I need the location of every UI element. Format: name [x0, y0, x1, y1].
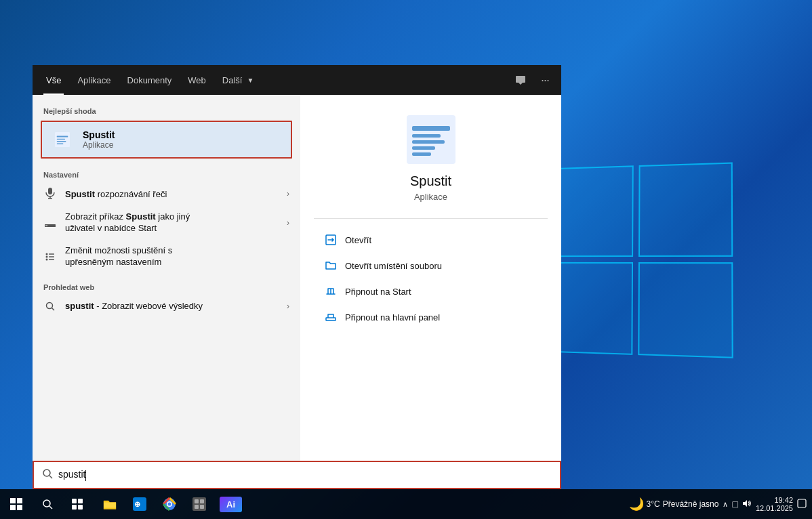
search-input-value[interactable]: spustit [58, 469, 552, 480]
task-view-button[interactable] [62, 489, 92, 519]
svg-rect-18 [407, 115, 455, 164]
taskbar-pinned: ⊕ [95, 489, 214, 519]
weather-widget[interactable]: 🌙 3°C Převážně jasno [629, 497, 719, 512]
action-pin-taskbar[interactable]: Připnout na hlavní panel [314, 304, 548, 330]
setting-item-options[interactable]: Změnit možnosti spuštění supřesněným nas… [33, 240, 300, 274]
weather-temp: 3°C [647, 499, 660, 509]
svg-point-29 [43, 500, 50, 507]
svg-point-40 [168, 503, 171, 506]
svg-rect-20 [412, 134, 441, 138]
svg-rect-5 [48, 188, 52, 194]
best-match-label: Nejlepší shoda [33, 103, 300, 118]
taskbar-icon-small [43, 216, 57, 230]
svg-rect-9 [45, 225, 47, 226]
svg-point-11 [46, 255, 48, 257]
tray-speaker-icon[interactable] [742, 499, 752, 510]
svg-rect-1 [57, 136, 68, 138]
svg-line-17 [52, 308, 55, 310]
svg-point-10 [46, 253, 48, 255]
settings-section: Nastavení Spustit rozpoznávání řeči [33, 167, 300, 274]
more-options-icon[interactable]: ··· [534, 69, 556, 91]
setting-text-taskbar: Zobrazit příkaz Spustit jako jinýuživate… [65, 211, 287, 234]
tab-more[interactable]: Další ▼ [214, 65, 262, 95]
svg-rect-14 [49, 256, 54, 257]
tab-web[interactable]: Web [180, 65, 214, 95]
tab-documents[interactable]: Dokumenty [119, 65, 180, 95]
svg-rect-44 [195, 505, 199, 509]
svg-rect-13 [49, 253, 54, 255]
options-icon [43, 250, 57, 264]
svg-rect-34 [78, 505, 83, 510]
notification-button[interactable] [797, 499, 807, 510]
file-explorer-button[interactable] [95, 489, 125, 519]
app-type-large: Aplikace [414, 192, 447, 202]
setting-item-taskbar[interactable]: Zobrazit příkaz Spustit jako jinýuživate… [33, 206, 300, 240]
svg-rect-42 [195, 499, 199, 503]
clock[interactable]: 19:42 12.01.2025 [756, 496, 793, 512]
search-tabs: Vše Aplikace Dokumenty Web Další ▼ ··· [33, 65, 561, 95]
ai-button[interactable]: Ai [220, 497, 242, 512]
search-input-icon [42, 468, 53, 482]
taskbar-search-button[interactable] [33, 489, 62, 519]
weather-icon: 🌙 [629, 497, 644, 512]
settings-label: Nastavení [33, 167, 300, 182]
chevron-down-icon: ▼ [247, 77, 253, 84]
pin-taskbar-label: Připnout na hlavní panel [345, 312, 440, 323]
tab-apps[interactable]: Aplikace [69, 65, 119, 95]
start-button[interactable] [0, 489, 33, 519]
search-panel: Vše Aplikace Dokumenty Web Další ▼ ··· [33, 65, 561, 461]
chrome-button[interactable] [155, 489, 184, 519]
windows-logo-decoration [541, 165, 731, 354]
svg-text:⊕: ⊕ [134, 500, 140, 508]
pin-start-label: Připnout na Start [345, 287, 411, 297]
action-list: Otevřít Otevřít umístění souboru [314, 227, 548, 330]
search-box: spustit [33, 461, 561, 489]
svg-rect-15 [49, 259, 54, 260]
best-match-subtitle: Aplikace [83, 140, 115, 150]
action-open-location[interactable]: Otevřít umístění souboru [314, 253, 548, 278]
svg-rect-23 [412, 152, 431, 156]
taskbar: ⊕ Ai [0, 489, 812, 519]
web-section: Prohledat web spustit - Zobrazit webové … [33, 279, 300, 318]
taskbar-tray: 🌙 3°C Převážně jasno ∧ □ 19:42 12.01.202… [629, 496, 812, 512]
arrow-right-icon: › [287, 189, 289, 199]
start-icon [10, 498, 22, 510]
app-name-large: Spustit [410, 173, 451, 189]
web-search-item[interactable]: spustit - Zobrazit webové výsledky › [33, 294, 300, 318]
tray-monitor-icon[interactable]: □ [732, 499, 737, 510]
text-cursor [85, 470, 86, 481]
open-location-label: Otevřít umístění souboru [345, 261, 442, 271]
other-app-button[interactable] [184, 489, 214, 519]
web-search-icon [43, 299, 57, 313]
time-display: 19:42 [774, 496, 793, 504]
setting-text-options: Změnit možnosti spuštění supřesněným nas… [65, 245, 289, 268]
arrow-right-icon-2: › [287, 218, 289, 228]
tray-chevron[interactable]: ∧ [723, 500, 728, 509]
svg-point-16 [47, 302, 53, 308]
action-open[interactable]: Otevřít [314, 227, 548, 253]
svg-rect-33 [72, 505, 77, 510]
best-match-title: Spustit [83, 129, 115, 140]
best-match-icon [50, 127, 75, 152]
date-display: 12.01.2025 [756, 504, 793, 512]
pin-taskbar-icon [325, 311, 337, 323]
tab-all[interactable]: Vše [38, 65, 69, 95]
svg-rect-47 [798, 499, 806, 507]
svg-rect-41 [192, 497, 206, 511]
svg-rect-43 [200, 499, 204, 503]
folder-icon [325, 260, 337, 272]
action-pin-start[interactable]: Připnout na Start [314, 278, 548, 304]
search-content: Nejlepší shoda Spustit Aplikace [33, 95, 561, 461]
ms-store-button[interactable]: ⊕ [125, 489, 155, 519]
feedback-icon[interactable] [510, 69, 531, 91]
web-arrow-icon: › [287, 302, 289, 311]
right-panel: Spustit Aplikace Otevřít [300, 95, 561, 461]
best-match-item[interactable]: Spustit Aplikace [41, 121, 292, 159]
svg-rect-35 [104, 503, 116, 508]
svg-rect-2 [57, 139, 65, 140]
app-icon-large [407, 115, 455, 164]
open-label: Otevřít [345, 235, 371, 245]
best-match-text: Spustit Aplikace [83, 129, 115, 150]
setting-item-speech[interactable]: Spustit rozpoznávání řeči › [33, 182, 300, 206]
svg-rect-21 [412, 140, 445, 144]
